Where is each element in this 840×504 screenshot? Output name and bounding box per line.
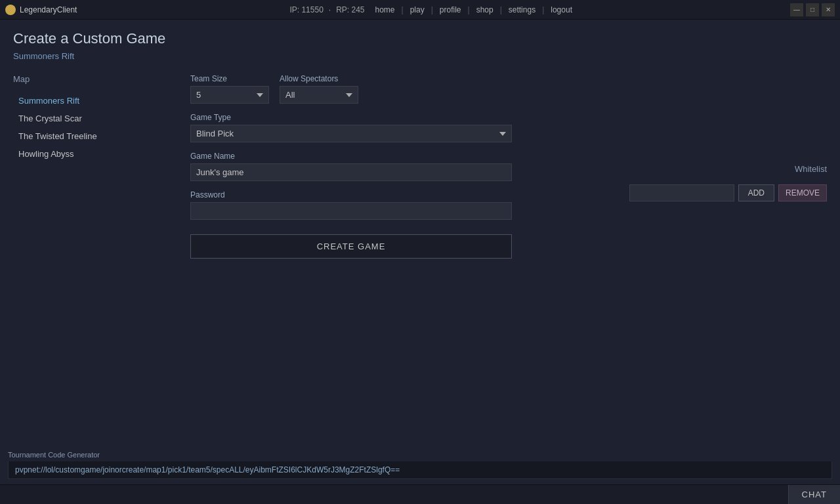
game-type-select[interactable]: Blind Pick Draft Pick All Random Tournam…: [190, 125, 512, 142]
bottom-bar: Tournament Code Generator CHAT: [0, 446, 840, 504]
app-title: LegendaryClient: [20, 5, 77, 14]
nav-shop[interactable]: shop: [471, 5, 499, 14]
chat-bar: CHAT: [0, 484, 840, 504]
team-size-group: Team Size 1 2 3 4 5: [190, 74, 269, 104]
game-name-group: Game Name: [190, 152, 512, 181]
title-bar: LegendaryClient IP: 11550 · RP: 245 home…: [0, 0, 840, 20]
nav-logout[interactable]: logout: [545, 5, 578, 14]
spectators-select[interactable]: None Lobby Only All Friends All: [280, 86, 358, 104]
rp-stat: RP: 245: [336, 5, 364, 14]
add-button[interactable]: ADD: [738, 184, 774, 201]
team-size-label: Team Size: [190, 74, 269, 83]
config-row-team: Team Size 1 2 3 4 5 Allow Spectators Non…: [190, 74, 512, 104]
nav-play[interactable]: play: [405, 5, 430, 14]
chat-button[interactable]: CHAT: [788, 485, 840, 505]
nav-home[interactable]: home: [370, 5, 400, 14]
map-item-howling-abyss[interactable]: Howling Abyss: [13, 145, 184, 163]
window-controls: — □ ✕: [790, 3, 835, 16]
game-name-label: Game Name: [190, 152, 512, 161]
game-type-label: Game Type: [190, 113, 512, 122]
whitelist-controls: ADD REMOVE: [643, 184, 827, 201]
team-size-select[interactable]: 1 2 3 4 5: [190, 86, 269, 104]
remove-button[interactable]: REMOVE: [778, 184, 827, 201]
ip-stat: IP: 11550: [289, 5, 323, 14]
map-item-twisted-treeline[interactable]: The Twisted Treeline: [13, 127, 184, 145]
spectators-group: Allow Spectators None Lobby Only All Fri…: [280, 74, 358, 104]
password-group: Password: [190, 190, 512, 220]
nav-settings[interactable]: settings: [503, 5, 541, 14]
game-name-input[interactable]: [190, 163, 512, 181]
password-input[interactable]: [190, 202, 512, 220]
map-item-crystal-scar[interactable]: The Crystal Scar: [13, 110, 184, 127]
tournament-code-input[interactable]: [8, 461, 832, 479]
map-section: Map Summoners Rift The Crystal Scar The …: [13, 74, 184, 259]
title-bar-center: IP: 11550 · RP: 245 home | play | profil…: [289, 5, 578, 14]
whitelist-label: Whitelist: [643, 164, 827, 174]
tournament-section: Tournament Code Generator: [0, 446, 840, 484]
map-item-summoners-rift[interactable]: Summoners Rift: [13, 92, 184, 110]
map-label: Map: [13, 74, 184, 84]
spectators-label: Allow Spectators: [280, 74, 358, 83]
password-label: Password: [190, 190, 512, 200]
app-icon: [5, 5, 16, 15]
maximize-button[interactable]: □: [806, 3, 819, 16]
create-game-button[interactable]: CREATE GAME: [190, 234, 512, 259]
map-subtitle: Summoners Rift: [13, 51, 827, 61]
tournament-label: Tournament Code Generator: [8, 451, 832, 459]
main-content: Create a Custom Game Summoners Rift Map …: [0, 20, 840, 269]
stat-separator: ·: [329, 5, 331, 14]
nav-profile[interactable]: profile: [434, 5, 467, 14]
title-bar-nav: home | play | profile | shop | settings …: [370, 5, 578, 14]
whitelist-section: Whitelist ADD REMOVE: [643, 164, 827, 201]
whitelist-input[interactable]: [629, 184, 734, 201]
minimize-button[interactable]: —: [790, 3, 803, 16]
title-bar-left: LegendaryClient: [5, 5, 77, 15]
game-type-group: Game Type Blind Pick Draft Pick All Rand…: [190, 113, 512, 142]
close-button[interactable]: ✕: [822, 3, 835, 16]
page-title: Create a Custom Game: [13, 30, 827, 47]
game-config: Team Size 1 2 3 4 5 Allow Spectators Non…: [184, 74, 512, 259]
